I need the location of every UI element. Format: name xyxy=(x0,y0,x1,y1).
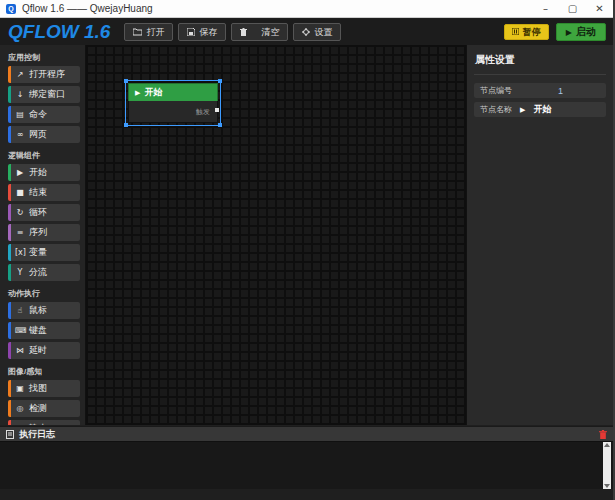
sidebar-item-variable[interactable]: [x] 变量 xyxy=(8,244,80,261)
main-area: 应用控制 ↗ 打开程序 ↓ 绑定窗口 ▤ 命令 ∞ 网页 逻辑组件 ▶ 开始 xyxy=(0,45,613,425)
sidebar-item-command[interactable]: ▤ 命令 xyxy=(8,106,80,123)
log-output-area xyxy=(0,441,613,489)
scroll-down-icon[interactable] xyxy=(604,484,610,488)
window-controls: – ▢ ✕ xyxy=(532,0,613,17)
title-bar: Q Qflow 1.6 —— QwejayHuang – ▢ ✕ xyxy=(0,0,613,18)
save-button[interactable]: 保存 xyxy=(178,23,226,41)
start-button[interactable]: ▶ 启动 xyxy=(556,23,606,41)
sidebar-item-label: 鼠标 xyxy=(29,304,47,317)
start-node-header[interactable]: ▶ 开始 xyxy=(128,83,218,101)
save-button-label: 保存 xyxy=(199,26,217,39)
node-name-row[interactable]: 节点名称 ▶ 开始 xyxy=(474,102,606,117)
trash-icon xyxy=(240,28,247,36)
clear-button[interactable]: 清空 xyxy=(231,23,288,41)
scroll-up-icon[interactable] xyxy=(604,443,610,447)
sidebar-item-label: 绑定窗口 xyxy=(29,88,65,101)
floppy-save-icon xyxy=(187,28,195,36)
pause-button[interactable]: 暂停 xyxy=(504,24,549,40)
mouse-icon: ☝ xyxy=(15,306,25,315)
gear-icon xyxy=(302,28,310,36)
sequence-icon: ≡ xyxy=(15,228,25,237)
loop-icon: ↻ xyxy=(15,208,25,217)
flow-canvas[interactable]: ▶ 开始 触发 xyxy=(85,45,467,425)
sidebar-item-mouse[interactable]: ☝ 鼠标 xyxy=(8,302,80,319)
app-logo-icon: Q xyxy=(6,4,16,14)
maximize-button[interactable]: ▢ xyxy=(559,0,586,17)
bind-window-icon: ↓ xyxy=(15,90,25,99)
pause-button-label: 暂停 xyxy=(523,26,541,39)
sidebar-item-open-program[interactable]: ↗ 打开程序 xyxy=(8,66,80,83)
sidebar-item-label: 找图 xyxy=(29,382,47,395)
sidebar-item-start[interactable]: ▶ 开始 xyxy=(8,164,80,181)
properties-panel: 属性设置 节点编号 1 节点名称 ▶ 开始 xyxy=(467,45,613,425)
app-logo-text: QFLOW 1.6 xyxy=(8,19,110,45)
sidebar-item-bind-window[interactable]: ↓ 绑定窗口 xyxy=(8,86,80,103)
start-node[interactable]: ▶ 开始 触发 xyxy=(128,83,218,123)
end-icon: ■ xyxy=(15,188,25,197)
output-port[interactable] xyxy=(215,108,219,112)
folder-open-icon xyxy=(133,28,142,36)
sidebar-item-still[interactable]: □ 静止 xyxy=(8,420,80,425)
log-title: 执行日志 xyxy=(19,428,55,441)
open-button[interactable]: 打开 xyxy=(124,23,173,41)
node-id-value: 1 xyxy=(558,86,563,96)
component-sidebar: 应用控制 ↗ 打开程序 ↓ 绑定窗口 ▤ 命令 ∞ 网页 逻辑组件 ▶ 开始 xyxy=(0,45,85,425)
run-controls: 暂停 ▶ 启动 xyxy=(504,23,606,41)
sidebar-item-label: 检测 xyxy=(29,402,47,415)
sidebar-item-sequence[interactable]: ≡ 序列 xyxy=(8,224,80,241)
app-header: QFLOW 1.6 打开 保存 清空 xyxy=(0,19,613,45)
sidebar-item-detect[interactable]: ◎ 检测 xyxy=(8,400,80,417)
pause-icon xyxy=(512,27,519,37)
start-node-body: 触发 xyxy=(128,101,218,123)
sidebar-item-loop[interactable]: ↻ 循环 xyxy=(8,204,80,221)
node-id-row[interactable]: 节点编号 1 xyxy=(474,83,606,98)
section-title-app-control: 应用控制 xyxy=(0,48,85,66)
selection-handle[interactable] xyxy=(218,79,222,83)
open-button-label: 打开 xyxy=(146,26,164,39)
play-icon: ▶ xyxy=(566,28,572,37)
start-button-label: 启动 xyxy=(576,25,596,39)
selection-handle[interactable] xyxy=(218,123,222,127)
variable-icon: [x] xyxy=(15,248,25,257)
trigger-port-label: 触发 xyxy=(196,107,210,117)
sidebar-item-label: 开始 xyxy=(29,166,47,179)
delay-icon: ⋈ xyxy=(15,346,25,355)
sidebar-item-label: 分流 xyxy=(29,266,47,279)
node-name-label: 节点名称 xyxy=(480,104,512,115)
toolbar: 打开 保存 清空 设置 xyxy=(124,23,341,41)
sidebar-item-label: 变量 xyxy=(29,246,47,259)
sidebar-item-keyboard[interactable]: ⌨ 键盘 xyxy=(8,322,80,339)
sidebar-item-end[interactable]: ■ 结束 xyxy=(8,184,80,201)
start-node-title: 开始 xyxy=(144,86,162,99)
command-icon: ▤ xyxy=(15,110,25,119)
node-name-value: 开始 xyxy=(533,103,551,116)
keyboard-icon: ⌨ xyxy=(15,326,25,335)
section-title-logic: 逻辑组件 xyxy=(0,146,85,164)
sidebar-item-webpage[interactable]: ∞ 网页 xyxy=(8,126,80,143)
sidebar-item-delay[interactable]: ⋈ 延时 xyxy=(8,342,80,359)
start-icon: ▶ xyxy=(15,168,25,177)
selection-handle[interactable] xyxy=(124,79,128,83)
window-bottom-edge xyxy=(0,489,613,500)
clear-log-button[interactable] xyxy=(599,430,607,439)
log-header: 执行日志 xyxy=(0,426,613,441)
webpage-icon: ∞ xyxy=(15,130,25,139)
app-window: Q Qflow 1.6 —— QwejayHuang – ▢ ✕ QFLOW 1… xyxy=(0,0,615,500)
find-image-icon: ▣ xyxy=(15,384,25,393)
sidebar-item-label: 序列 xyxy=(29,226,47,239)
play-icon: ▶ xyxy=(520,106,525,114)
log-scrollbar[interactable] xyxy=(603,442,611,489)
window-title: Qflow 1.6 —— QwejayHuang xyxy=(22,3,153,14)
sidebar-item-label: 结束 xyxy=(29,186,47,199)
sidebar-item-label: 键盘 xyxy=(29,324,47,337)
selection-handle[interactable] xyxy=(124,123,128,127)
settings-button[interactable]: 设置 xyxy=(293,23,341,41)
node-id-label: 节点编号 xyxy=(480,85,512,96)
close-button[interactable]: ✕ xyxy=(586,0,613,17)
sidebar-item-find-image[interactable]: ▣ 找图 xyxy=(8,380,80,397)
sidebar-item-branch[interactable]: Y 分流 xyxy=(8,264,80,281)
sidebar-item-label: 网页 xyxy=(29,128,47,141)
open-program-icon: ↗ xyxy=(15,70,25,79)
minimize-button[interactable]: – xyxy=(532,0,559,17)
properties-title: 属性设置 xyxy=(474,51,606,75)
